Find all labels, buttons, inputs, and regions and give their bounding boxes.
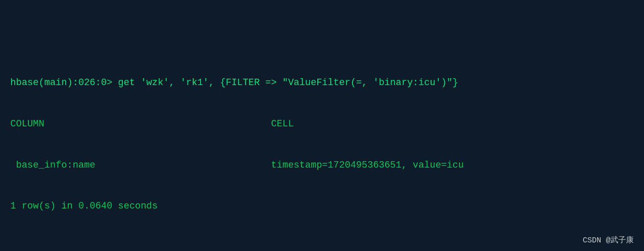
result-timing-026: 1 row(s) in 0.0640 seconds (10, 199, 634, 213)
result-header-026: COLUMN CELL (10, 117, 634, 131)
terminal-content: hbase(main):026:0> get 'wzk', 'rk1', {FI… (10, 8, 634, 251)
command-line-026: hbase(main):026:0> get 'wzk', 'rk1', {FI… (10, 76, 634, 90)
command-block-026: hbase(main):026:0> get 'wzk', 'rk1', {FI… (10, 49, 634, 241)
watermark: CSDN @武子康 (583, 235, 634, 245)
result-data-026: base_info:name timestamp=1720495363651, … (10, 159, 634, 172)
terminal-window: hbase(main):026:0> get 'wzk', 'rk1', {FI… (0, 0, 644, 251)
